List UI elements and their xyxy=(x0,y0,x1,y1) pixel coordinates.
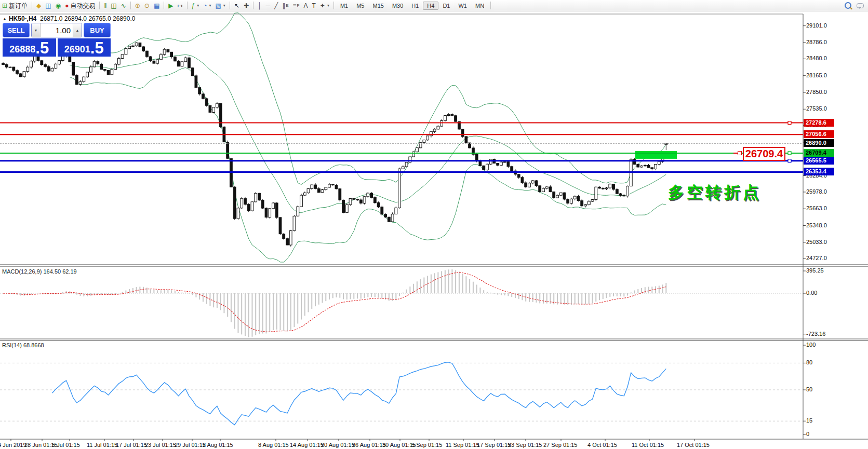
toolbar-separator xyxy=(490,2,491,9)
time-axis-label: 11 Oct 01:15 xyxy=(632,442,664,448)
timeframe-button-H1[interactable]: H1 xyxy=(407,2,423,10)
profiles-icon[interactable]: ◆ xyxy=(34,2,43,10)
toolbar-separator xyxy=(230,2,230,9)
price-callout-box[interactable]: 26709.4 xyxy=(743,147,785,161)
level-handle[interactable] xyxy=(788,152,791,155)
buy-button[interactable]: BUY xyxy=(84,23,111,37)
level-handle[interactable] xyxy=(788,121,791,125)
chat-icon[interactable] xyxy=(857,3,864,8)
time-axis-label: 27 Sep 01:15 xyxy=(543,442,577,448)
candle-body xyxy=(455,116,457,121)
chart-canvas[interactable] xyxy=(0,11,868,449)
auto-scroll-icon[interactable]: ▶ xyxy=(166,2,175,10)
candle-body xyxy=(237,208,239,219)
candlestick-chart-type-icon-glyph: ◫ xyxy=(111,2,116,9)
level-handle[interactable] xyxy=(788,159,791,162)
timeframe-button-M5[interactable]: M5 xyxy=(352,2,368,10)
periods-dropdown[interactable]: ◔▾ xyxy=(201,2,213,10)
indicators-dropdown[interactable]: ƒ▾ xyxy=(190,2,202,10)
level-price-badge: 27278.6 xyxy=(804,119,834,127)
crosshair-tool[interactable]: ✚ xyxy=(242,2,251,10)
zoom-in-icon[interactable]: ⊕ xyxy=(133,2,142,10)
level-price-badge: 26565.5 xyxy=(804,157,834,165)
candle-body xyxy=(567,199,569,203)
crosshair-glyph: ✚ xyxy=(244,2,249,9)
cloud-terminal-icon[interactable]: ◫ xyxy=(43,2,53,10)
sell-price-button[interactable]: 26888 .5 xyxy=(3,38,56,57)
horizontal-line-tool[interactable]: ─ xyxy=(263,2,272,10)
one-click-trading-panel: SELL ▼ ▲ BUY 26888 .5 26901 .5 xyxy=(3,23,111,57)
candle-body xyxy=(111,70,113,75)
bollinger-lower-band xyxy=(70,67,666,262)
candle-body xyxy=(167,49,169,52)
candle-body xyxy=(181,62,183,66)
timeframe-button-MN[interactable]: MN xyxy=(471,2,488,10)
volume-increase-button[interactable]: ▲ xyxy=(73,23,82,37)
trendline-tool[interactable]: ╱ xyxy=(272,2,280,10)
candle-body xyxy=(356,199,359,200)
main-toolbar: ⊞新订单◆◫◉●自动交易‖◫∿⊕⊖▦▶↦ƒ▾◔▾▧▾↖✚│─╱∥E≡FAT✦▾M… xyxy=(0,0,868,11)
timeframe-button-W1[interactable]: W1 xyxy=(454,2,471,10)
new-order-button[interactable]: ⊞新订单 xyxy=(0,2,30,10)
candle-body xyxy=(216,103,219,107)
candle-body xyxy=(321,189,324,192)
timeframe-button-M1[interactable]: M1 xyxy=(336,2,352,10)
zoom-out-icon[interactable]: ⊖ xyxy=(142,2,152,10)
candle-body xyxy=(612,184,615,189)
timeframe-button-H4[interactable]: H4 xyxy=(423,2,438,10)
bar-chart-type-icon[interactable]: ‖ xyxy=(102,2,109,10)
time-axis-label: 17 Sep 01:15 xyxy=(477,442,511,448)
dropdown-arrow-icon[interactable]: ▾ xyxy=(197,2,199,9)
tile-windows-icon-glyph: ▦ xyxy=(154,2,159,9)
buy-price-button[interactable]: 26901 .5 xyxy=(58,38,111,57)
candle-body xyxy=(117,59,120,64)
candle-body xyxy=(160,55,163,60)
candle-body xyxy=(97,61,99,64)
dropdown-arrow-icon[interactable]: ▾ xyxy=(327,2,329,9)
candle-body xyxy=(241,198,243,208)
dropdown-arrow-icon[interactable]: ▾ xyxy=(223,2,225,9)
equidistant-channel-tool[interactable]: ∥E xyxy=(280,2,290,10)
volume-input[interactable] xyxy=(41,23,73,37)
macd-axis-label: 0.00 xyxy=(806,290,843,296)
candle-body xyxy=(598,187,601,188)
chart-shift-icon-glyph: ↦ xyxy=(177,2,182,9)
candle-body xyxy=(623,195,625,196)
candle-body xyxy=(89,67,92,72)
candle-body xyxy=(195,76,197,88)
candle-body xyxy=(132,46,135,46)
volume-decrease-button[interactable]: ▼ xyxy=(32,23,41,37)
line-chart-type-icon[interactable]: ∿ xyxy=(119,2,128,10)
sell-button[interactable]: SELL xyxy=(3,23,30,37)
templates-dropdown[interactable]: ▧▾ xyxy=(213,2,227,10)
chinese-annotation-text[interactable]: 多空转折点 xyxy=(668,182,762,203)
candle-body xyxy=(311,185,313,188)
highlight-rectangle[interactable] xyxy=(635,151,677,159)
chart-shift-icon[interactable]: ↦ xyxy=(175,2,184,10)
candle-body xyxy=(170,52,173,57)
candle-body xyxy=(283,234,285,239)
timeframe-button-M15[interactable]: M15 xyxy=(368,2,388,10)
collapse-oct-icon[interactable]: ▲ xyxy=(3,17,7,21)
cursor-tool[interactable]: ↖ xyxy=(232,2,242,10)
candle-body xyxy=(135,43,138,46)
time-axis-label: 26 Aug 01:15 xyxy=(352,442,386,448)
dropdown-arrow-icon[interactable]: ▾ xyxy=(209,2,211,9)
candle-body xyxy=(388,217,390,222)
candle-body xyxy=(451,115,453,116)
timeframe-button-M30[interactable]: M30 xyxy=(388,2,407,10)
tile-windows-icon[interactable]: ▦ xyxy=(152,2,162,10)
toolbar-separator xyxy=(32,2,32,9)
autotrading-button[interactable]: ●自动交易 xyxy=(63,2,97,10)
candle-body xyxy=(314,185,317,188)
candlestick-chart-type-icon[interactable]: ◫ xyxy=(109,2,118,10)
timeframe-button-D1[interactable]: D1 xyxy=(438,2,454,10)
vertical-line-tool[interactable]: │ xyxy=(256,2,264,10)
candle-body xyxy=(331,184,334,185)
search-icon[interactable] xyxy=(845,2,851,9)
text-tool[interactable]: A xyxy=(301,2,310,10)
signals-icon[interactable]: ◉ xyxy=(54,2,63,10)
label-tool[interactable]: T xyxy=(310,2,317,10)
fibonacci-tool[interactable]: ≡F xyxy=(291,2,302,10)
arrows-dropdown[interactable]: ✦▾ xyxy=(318,2,331,10)
